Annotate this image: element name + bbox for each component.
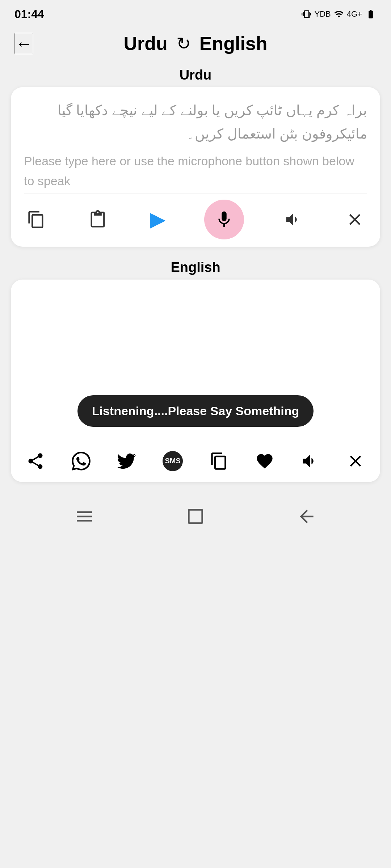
listening-status-badge: Listnening....Please Say Something <box>77 395 314 427</box>
send-icon: ▶ <box>150 209 164 230</box>
swap-languages-icon[interactable]: ↻ <box>176 33 191 54</box>
microphone-icon <box>214 210 234 229</box>
output-card: Listnening....Please Say Something SMS <box>11 280 380 482</box>
clear-button[interactable] <box>342 207 367 232</box>
sms-label: SMS <box>165 457 180 465</box>
paste-icon <box>88 210 107 229</box>
output-content-area <box>24 291 367 395</box>
target-language-label: English <box>199 33 268 54</box>
whatsapp-icon <box>72 452 91 471</box>
heart-icon <box>255 452 274 471</box>
source-language-label: Urdu <box>123 33 167 54</box>
back-button[interactable]: ← <box>14 33 33 54</box>
vibrate-icon <box>302 9 312 19</box>
speaker-icon <box>284 210 303 229</box>
speaker-output-icon <box>300 452 319 471</box>
share-icon <box>26 452 45 471</box>
paste-button[interactable] <box>85 207 110 232</box>
status-icons: YDB 4G+ <box>302 9 377 19</box>
copy-output-button[interactable] <box>207 450 231 473</box>
nav-back-button[interactable] <box>297 506 317 527</box>
target-section-label: English <box>0 254 391 280</box>
source-input-card: براہ کرم یہاں ٹائپ کریں یا بولنے کے لیے … <box>11 87 380 247</box>
network-type: 4G+ <box>347 9 362 19</box>
menu-icon <box>74 506 94 527</box>
microphone-button[interactable] <box>204 200 244 239</box>
favorite-button[interactable] <box>253 450 276 473</box>
home-square-icon <box>185 506 206 527</box>
send-button[interactable]: ▶ <box>147 206 167 233</box>
share-button[interactable] <box>24 450 47 473</box>
english-placeholder-text: Please type here or use the microphone b… <box>24 151 367 191</box>
battery-icon <box>365 9 377 19</box>
clear-output-button[interactable] <box>344 450 367 473</box>
status-bar: 01:44 YDB 4G+ <box>0 0 391 25</box>
speaker-output-button[interactable] <box>298 450 321 473</box>
back-nav-icon <box>297 506 317 527</box>
whatsapp-button[interactable] <box>70 450 93 473</box>
sms-button[interactable]: SMS <box>160 449 185 473</box>
nav-menu-button[interactable] <box>74 506 94 527</box>
urdu-placeholder-text: براہ کرم یہاں ٹائپ کریں یا بولنے کے لیے … <box>24 99 367 145</box>
status-time: 01:44 <box>14 8 44 21</box>
output-toolbar: SMS <box>24 443 367 473</box>
header: ← Urdu ↻ English <box>0 25 391 61</box>
speaker-button[interactable] <box>281 207 306 232</box>
source-toolbar: ▶ <box>24 193 367 239</box>
source-input-area[interactable]: براہ کرم یہاں ٹائپ کریں یا بولنے کے لیے … <box>24 99 367 191</box>
header-title: Urdu ↻ English <box>123 33 267 54</box>
clear-output-icon <box>346 452 365 471</box>
twitter-icon <box>117 452 136 471</box>
twitter-button[interactable] <box>115 450 138 473</box>
clear-icon <box>345 210 364 229</box>
source-section-label: Urdu <box>0 61 391 87</box>
signal-icon <box>334 9 344 19</box>
network-text: YDB <box>315 9 331 19</box>
nav-home-button[interactable] <box>185 506 206 527</box>
copy-button[interactable] <box>24 207 49 232</box>
navigation-bar <box>0 497 391 536</box>
copy-output-icon <box>210 452 228 471</box>
copy-icon <box>27 210 46 229</box>
